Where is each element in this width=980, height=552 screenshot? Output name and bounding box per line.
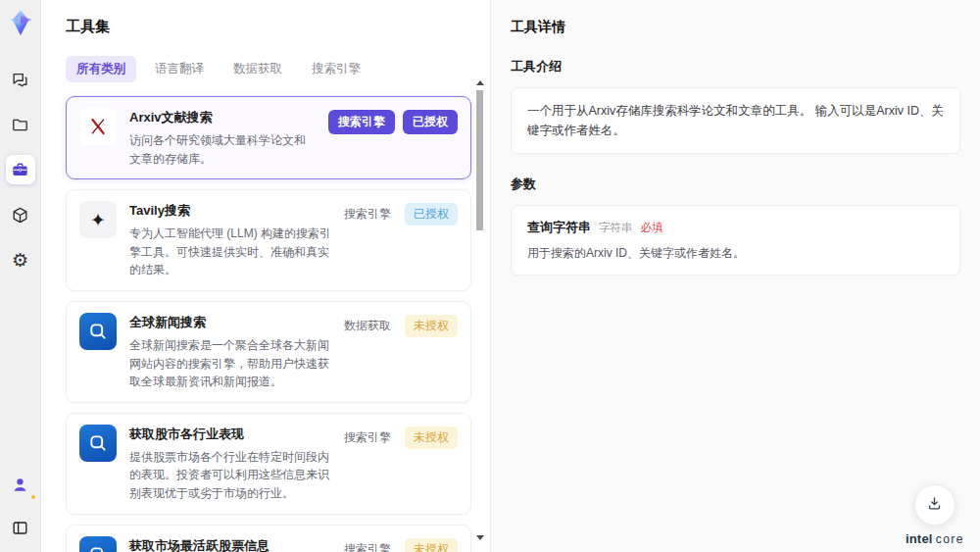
arxiv-icon bbox=[79, 108, 117, 145]
sidebar-item-settings[interactable]: ⚙ bbox=[6, 245, 35, 275]
tab-category-0[interactable]: 所有类别 bbox=[66, 56, 136, 82]
toolbox-icon bbox=[11, 161, 29, 179]
scrollbar-thumb[interactable] bbox=[476, 90, 483, 230]
tool-card[interactable]: 获取市场最活跃股票信息 提供当天交易量最高的股票列表。投资者可以利用这些信息来识… bbox=[66, 525, 471, 552]
tab-category-1[interactable]: 语言翻译 bbox=[144, 56, 215, 82]
tool-auth-badge: 未授权 bbox=[405, 315, 458, 337]
tool-card[interactable]: ✦ Tavily搜索 专为人工智能代理 (LLM) 构建的搜索引擎工具。可快速提… bbox=[66, 189, 471, 291]
tool-category-tag: 搜索引擎 bbox=[328, 110, 395, 134]
tavily-icon: ✦ bbox=[79, 201, 117, 238]
detail-title: 工具详情 bbox=[511, 19, 960, 36]
tool-name: 获取市场最活跃股票信息 bbox=[129, 537, 331, 552]
tool-card[interactable]: Arxiv文献搜索 访问各个研究领域大量科学论文和文章的存储库。 搜索引擎 已授… bbox=[66, 96, 471, 179]
blue-search-icon bbox=[79, 536, 117, 552]
intro-heading: 工具介绍 bbox=[511, 58, 960, 75]
category-tabs: 所有类别语言翻译数据获取搜索引擎 bbox=[66, 56, 490, 82]
gear-icon: ⚙ bbox=[12, 251, 28, 270]
user-avatar[interactable] bbox=[6, 470, 35, 499]
tool-category-tag: 搜索引擎 bbox=[344, 427, 391, 449]
app-logo-gem-icon bbox=[6, 8, 35, 37]
tool-list: Arxiv文献搜索 访问各个研究领域大量科学论文和文章的存储库。 搜索引擎 已授… bbox=[66, 96, 471, 552]
tab-category-3[interactable]: 搜索引擎 bbox=[301, 56, 371, 82]
tool-auth-badge: 已授权 bbox=[405, 203, 458, 226]
tool-list-panel: 工具集 所有类别语言翻译数据获取搜索引擎 Arxiv文献搜索 访问各个研究领域大… bbox=[41, 0, 490, 552]
tab-category-2[interactable]: 数据获取 bbox=[222, 56, 293, 82]
tool-description: 专为人工智能代理 (LLM) 构建的搜索引擎工具。可快速提供实时、准确和真实的结… bbox=[129, 225, 331, 279]
tool-description: 访问各个研究领域大量科学论文和文章的存储库。 bbox=[129, 131, 316, 168]
tool-card[interactable]: 全球新闻搜索 全球新闻搜索是一个聚合全球各大新闻网站内容的搜索引擎，帮助用户快速… bbox=[66, 301, 471, 403]
sidebar-item-toolbox[interactable] bbox=[6, 155, 35, 184]
intro-card: 一个用于从Arxiv存储库搜索科学论文和文章的工具。 输入可以是Arxiv ID… bbox=[511, 87, 960, 154]
chat-icon bbox=[11, 71, 29, 89]
param-name: 查询字符串 bbox=[527, 219, 591, 236]
param-description: 用于搜索的Arxiv ID、关键字或作者姓名。 bbox=[527, 245, 944, 262]
tool-name: 全球新闻搜索 bbox=[129, 314, 331, 331]
package-icon bbox=[11, 206, 29, 225]
tool-category-tag: 数据获取 bbox=[344, 315, 391, 337]
tool-category-tag: 搜索引擎 bbox=[344, 538, 391, 552]
tool-category-tag: 搜索引擎 bbox=[344, 203, 391, 226]
sidebar-item-chat[interactable] bbox=[6, 65, 35, 94]
status-dot bbox=[30, 494, 36, 500]
blue-search-icon bbox=[79, 313, 117, 350]
tool-auth-badge: 未授权 bbox=[405, 427, 458, 449]
brand-core: core bbox=[936, 532, 964, 546]
tool-detail-panel: 工具详情 工具介绍 一个用于从Arxiv存储库搜索科学论文和文章的工具。 输入可… bbox=[490, 0, 980, 552]
param-required-badge: 必填 bbox=[641, 221, 663, 235]
params-heading: 参数 bbox=[511, 176, 960, 193]
intro-text: 一个用于从Arxiv存储库搜索科学论文和文章的工具。 输入可以是Arxiv ID… bbox=[527, 101, 944, 140]
blue-search-icon bbox=[79, 425, 117, 462]
panel-toggle-icon bbox=[11, 519, 29, 537]
tool-auth-badge: 未授权 bbox=[405, 538, 458, 552]
tool-name: 获取股市各行业表现 bbox=[129, 426, 331, 443]
tool-name: Arxiv文献搜索 bbox=[129, 109, 316, 126]
tool-card[interactable]: 获取股市各行业表现 提供股票市场各个行业在特定时间段内的表现。投资者可以利用这些… bbox=[66, 413, 471, 515]
intel-core-logo: intel core bbox=[906, 531, 964, 546]
tool-auth-badge: 已授权 bbox=[403, 110, 458, 134]
tool-name: Tavily搜索 bbox=[129, 202, 331, 220]
sidebar-item-packages[interactable] bbox=[6, 200, 35, 229]
sidebar-item-files[interactable] bbox=[6, 110, 35, 139]
left-icon-rail: ⚙ bbox=[0, 0, 41, 552]
tool-description: 提供股票市场各个行业在特定时间段内的表现。投资者可以利用这些信息来识别表现优于或… bbox=[129, 448, 331, 503]
scroll-up-arrow-icon[interactable] bbox=[476, 80, 484, 85]
param-card: 查询字符串 字符串 必填 用于搜索的Arxiv ID、关键字或作者姓名。 bbox=[511, 205, 960, 276]
scrollbar[interactable] bbox=[475, 80, 484, 540]
param-type: 字符串 bbox=[599, 221, 633, 235]
tool-description: 全球新闻搜索是一个聚合全球各大新闻网站内容的搜索引擎，帮助用户快速获取全球最新资… bbox=[129, 336, 331, 391]
download-button[interactable] bbox=[914, 484, 956, 526]
page-title: 工具集 bbox=[66, 18, 490, 36]
scroll-down-arrow-icon[interactable] bbox=[476, 535, 484, 540]
user-icon bbox=[11, 476, 29, 494]
download-icon bbox=[926, 495, 943, 515]
folder-icon bbox=[11, 116, 29, 134]
brand-intel: intel bbox=[906, 531, 933, 546]
collapse-panel-button[interactable] bbox=[6, 513, 35, 542]
